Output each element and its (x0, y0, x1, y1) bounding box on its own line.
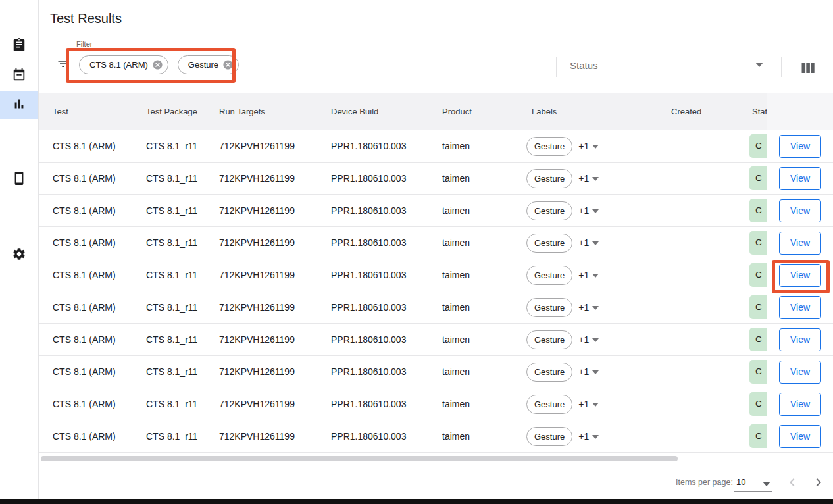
calendar-icon (12, 67, 26, 84)
label-chip-text: Gesture (534, 367, 565, 377)
view-button[interactable]: View (779, 393, 821, 416)
view-button[interactable]: View (779, 232, 821, 255)
assignment-icon (12, 38, 26, 55)
view-button[interactable]: View (779, 425, 821, 448)
dropdown-arrow-icon (592, 435, 599, 439)
view-button[interactable]: View (779, 296, 821, 319)
cell-action: View (767, 163, 833, 195)
more-labels-dropdown[interactable]: +1 (578, 334, 599, 345)
cell-run-targets: 712KPVH1261199 (205, 431, 317, 441)
label-chip-text: Gesture (534, 206, 565, 216)
cell-test: CTS 8.1 (ARM) (39, 173, 132, 184)
view-columns-button[interactable] (800, 61, 816, 74)
label-chip: Gesture (526, 395, 572, 414)
label-chip-text: Gesture (534, 335, 565, 345)
filter-chip-test[interactable]: CTS 8.1 (ARM) (79, 55, 168, 74)
cell-test-package: CTS 8.1_r11 (132, 270, 205, 280)
chevron-right-icon (811, 474, 826, 490)
status-select-underline (570, 76, 767, 76)
sidebar-item-settings[interactable] (0, 241, 38, 269)
label-chip-text: Gesture (534, 174, 565, 184)
cell-test: CTS 8.1 (ARM) (39, 238, 132, 248)
cell-test-package: CTS 8.1_r11 (132, 173, 205, 184)
items-per-page-select[interactable]: 10 (734, 475, 772, 492)
column-header-test: Test (39, 107, 132, 116)
remove-chip-icon[interactable] (222, 59, 234, 70)
bar-chart-icon (12, 97, 26, 114)
more-labels-dropdown[interactable]: +1 (578, 270, 599, 280)
table-row: CTS 8.1 (ARM) CTS 8.1_r11 712KPVH1261199… (39, 227, 833, 259)
cell-run-targets: 712KPVH1261199 (205, 270, 317, 280)
filter-toolbar: Filter CTS 8.1 (ARM) Gesture (39, 38, 833, 93)
view-button[interactable]: View (779, 328, 821, 351)
dropdown-arrow-icon (592, 145, 599, 149)
cell-test: CTS 8.1 (ARM) (39, 399, 132, 409)
smartphone-icon (12, 171, 26, 188)
more-labels-dropdown[interactable]: +1 (578, 302, 599, 313)
table-row: CTS 8.1 (ARM) CTS 8.1_r11 712KPVH1261199… (39, 388, 833, 420)
title-bar: Test Results (39, 0, 833, 38)
action-column-body: View View View View View View View View … (767, 130, 833, 453)
cell-test-package: CTS 8.1_r11 (132, 334, 205, 345)
status-select-placeholder: Status (570, 60, 598, 71)
items-per-page-label: Items per page: (676, 478, 733, 487)
label-chip-text: Gesture (534, 270, 565, 280)
cell-device-build: PPR1.180610.003 (317, 238, 428, 248)
dropdown-arrow-icon (592, 306, 599, 310)
main-panel: Test Results Filter CTS 8.1 (ARM) Gestur… (39, 0, 833, 504)
cell-test: CTS 8.1 (ARM) (39, 366, 132, 377)
more-labels-count: +1 (578, 270, 589, 280)
cell-test: CTS 8.1 (ARM) (39, 334, 132, 345)
cell-product: taimen (428, 366, 518, 377)
cell-action: View (767, 324, 833, 356)
remove-chip-icon[interactable] (152, 59, 163, 70)
view-button[interactable]: View (779, 199, 821, 222)
dropdown-arrow-icon (592, 370, 599, 374)
cell-device-build: PPR1.180610.003 (317, 334, 428, 345)
status-select[interactable]: Status (570, 60, 767, 70)
label-chip-text: Gesture (534, 399, 565, 409)
more-labels-dropdown[interactable]: +1 (578, 399, 599, 409)
view-button[interactable]: View (779, 361, 821, 384)
more-labels-count: +1 (578, 141, 589, 151)
more-labels-count: +1 (578, 431, 589, 441)
more-labels-dropdown[interactable]: +1 (578, 141, 599, 151)
cell-test-package: CTS 8.1_r11 (132, 302, 205, 313)
view-button[interactable]: View (779, 264, 821, 287)
filter-chip-label[interactable]: Gesture (178, 55, 239, 74)
label-chip-text: Gesture (534, 141, 565, 151)
table-row: CTS 8.1 (ARM) CTS 8.1_r11 712KPVH1261199… (39, 195, 833, 227)
cell-action: View (767, 291, 833, 324)
sidebar-item-test-results[interactable] (0, 91, 38, 119)
table-row: CTS 8.1 (ARM) CTS 8.1_r11 712KPVH1261199… (39, 324, 833, 356)
more-labels-dropdown[interactable]: +1 (578, 366, 599, 377)
cell-test: CTS 8.1 (ARM) (39, 270, 132, 280)
table-row: CTS 8.1 (ARM) CTS 8.1_r11 712KPVH1261199… (39, 356, 833, 388)
view-button[interactable]: View (779, 135, 821, 158)
more-labels-dropdown[interactable]: +1 (578, 238, 599, 248)
dropdown-arrow-icon[interactable] (755, 63, 763, 67)
more-labels-dropdown[interactable]: +1 (578, 173, 599, 184)
previous-page-button[interactable] (784, 474, 800, 490)
more-labels-count: +1 (578, 205, 589, 216)
more-labels-count: +1 (578, 302, 589, 313)
more-labels-dropdown[interactable]: +1 (578, 431, 599, 441)
sidebar-item-devices[interactable] (0, 166, 38, 193)
cell-labels: Gesture +1 (518, 330, 657, 349)
view-button[interactable]: View (779, 167, 821, 190)
dropdown-arrow-icon (592, 177, 599, 181)
cell-test-package: CTS 8.1_r11 (132, 141, 205, 151)
cell-product: taimen (428, 334, 518, 345)
cell-product: taimen (428, 141, 518, 151)
sidebar-item-test-suites[interactable] (0, 32, 38, 60)
column-header-device-build: Device Build (317, 107, 428, 116)
cell-device-build: PPR1.180610.003 (317, 366, 428, 377)
cell-device-build: PPR1.180610.003 (317, 205, 428, 216)
next-page-button[interactable] (811, 474, 826, 490)
cell-device-build: PPR1.180610.003 (317, 270, 428, 280)
horizontal-scrollbar-thumb[interactable] (41, 456, 678, 461)
cell-test-package: CTS 8.1_r11 (132, 205, 205, 216)
sidebar-item-test-plans[interactable] (0, 62, 38, 89)
table-header: Test Test Package Run Targets Device Bui… (39, 93, 833, 130)
more-labels-dropdown[interactable]: +1 (578, 205, 599, 216)
